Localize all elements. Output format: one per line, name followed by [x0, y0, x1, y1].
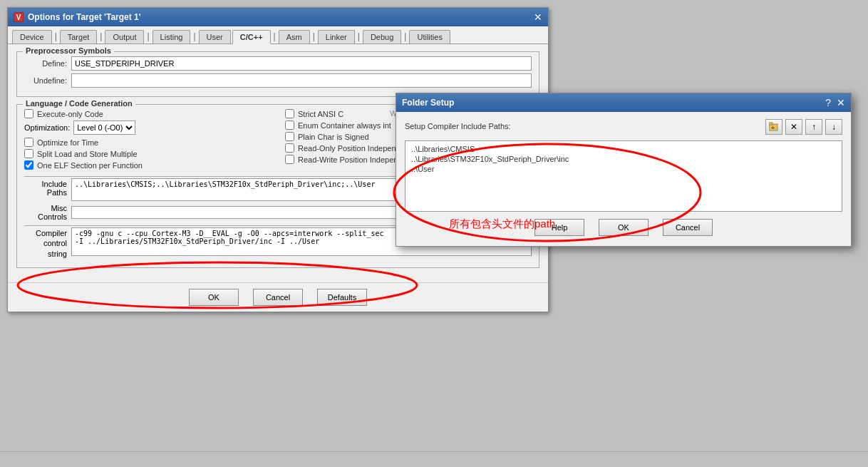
tab-linker[interactable]: Linker — [318, 30, 355, 43]
folder-dialog: Folder Setup ? ✕ Setup Compiler Include … — [396, 93, 852, 247]
folder-icon — [769, 122, 779, 132]
tab-output[interactable]: Output — [105, 30, 144, 43]
execute-only-check[interactable] — [24, 109, 33, 118]
compiler-label: Compiler control string — [24, 227, 67, 259]
optimize-time-row: Optimize for Time — [24, 138, 271, 147]
bottom-bar — [0, 451, 868, 467]
delete-btn[interactable]: ✕ — [785, 119, 802, 135]
tab-asm[interactable]: Asm — [279, 30, 310, 43]
svg-rect-1 — [769, 123, 773, 125]
split-load-label: Split Load and Store Multiple — [37, 150, 138, 158]
main-title-bar: V Options for Target 'Target 1' ✕ — [8, 8, 548, 26]
include-label: Include Paths — [24, 178, 67, 197]
preprocessor-title: Preprocessor Symbols — [23, 46, 114, 55]
enum-container-check[interactable] — [285, 120, 294, 130]
main-close-button[interactable]: ✕ — [534, 11, 542, 23]
svg-rect-3 — [771, 128, 775, 128]
strict-ansi-label: Strict ANSI C — [298, 110, 343, 118]
read-only-label: Read-Only Position Independent — [298, 144, 411, 153]
folder-list-item[interactable]: ..\User — [410, 164, 837, 174]
folder-subtitle: Setup Compiler Include Paths: — [405, 122, 511, 130]
tab-cpp[interactable]: C/C++ — [232, 30, 271, 44]
execute-only-label: Execute-only Code — [37, 110, 103, 118]
folder-list-item[interactable]: ..\Libraries\STM32F10x_StdPeriph_Driver\… — [410, 154, 837, 164]
one-elf-check[interactable] — [24, 160, 33, 170]
tabs-bar: Device | Target | Output | Listing | Use… — [8, 26, 548, 44]
plain-char-check[interactable] — [285, 132, 294, 141]
define-label: Define: — [24, 59, 67, 68]
folder-title-text: Folder Setup — [402, 98, 454, 108]
enum-container-label: Enum Container always int — [298, 121, 391, 130]
define-row: Define: — [24, 56, 532, 71]
folder-title-bar: Folder Setup ? ✕ — [396, 93, 851, 112]
main-buttons: OK Cancel Defaults — [8, 282, 548, 312]
folder-toolbar: ✕ ↑ ↓ — [765, 119, 842, 135]
undefine-input[interactable] — [71, 73, 532, 88]
one-elf-row: One ELF Section per Function — [24, 160, 271, 170]
tab-user[interactable]: User — [199, 30, 231, 43]
main-title-text: Options for Target 'Target 1' — [28, 12, 141, 22]
preprocessor-group: Preprocessor Symbols Define: Undefine: — [16, 51, 539, 97]
move-down-btn[interactable]: ↓ — [825, 119, 842, 135]
tab-target[interactable]: Target — [60, 30, 98, 43]
tab-listing[interactable]: Listing — [153, 30, 191, 43]
tab-device[interactable]: Device — [12, 30, 52, 43]
defaults-button[interactable]: Defaults — [317, 289, 367, 306]
folder-help-btn[interactable]: ? — [825, 97, 831, 108]
cancel-button[interactable]: Cancel — [253, 289, 303, 306]
folder-content: Setup Compiler Include Paths: ✕ ↑ ↓ ..\L… — [396, 112, 851, 246]
folder-buttons: Help OK Cancel — [405, 212, 842, 239]
define-input[interactable] — [71, 56, 532, 71]
execute-only-row: Execute-only Code — [24, 109, 271, 118]
opt-select[interactable]: Level 0 (-O0) Level 1 (-O1) Level 2 (-O2… — [73, 120, 135, 135]
folder-cancel-button[interactable]: Cancel — [663, 219, 713, 236]
optimize-time-check[interactable] — [24, 138, 33, 147]
folder-list-item[interactable]: ..\Libraries\CMSIS — [410, 144, 837, 154]
undefine-row: Undefine: — [24, 73, 532, 88]
app-icon: V — [14, 12, 24, 22]
folder-ok-button[interactable]: OK — [599, 219, 649, 236]
ok-button[interactable]: OK — [189, 289, 239, 306]
move-up-btn[interactable]: ↑ — [805, 119, 822, 135]
tab-utilities[interactable]: Utilities — [409, 30, 450, 43]
split-load-row: Split Load and Store Multiple — [24, 149, 271, 158]
undefine-label: Undefine: — [24, 76, 67, 85]
plain-char-label: Plain Char is Signed — [298, 133, 369, 141]
misc-label: Misc Controls — [24, 204, 67, 221]
read-only-check[interactable] — [285, 143, 294, 153]
tab-debug[interactable]: Debug — [363, 30, 401, 43]
language-title: Language / Code Generation — [23, 99, 135, 108]
folder-list[interactable]: ..\Libraries\CMSIS ..\Libraries\STM32F10… — [405, 140, 842, 212]
strict-ansi-check[interactable] — [285, 109, 294, 118]
title-bar-left: V Options for Target 'Target 1' — [14, 12, 141, 22]
one-elf-label: One ELF Section per Function — [37, 161, 143, 170]
opt-label: Optimization: — [24, 123, 70, 132]
folder-close-btn[interactable]: ✕ — [837, 97, 845, 108]
split-load-check[interactable] — [24, 149, 33, 158]
new-folder-btn[interactable] — [765, 119, 782, 135]
folder-help-button[interactable]: Help — [534, 219, 584, 236]
read-write-check[interactable] — [285, 155, 294, 164]
optimization-row: Optimization: Level 0 (-O0) Level 1 (-O1… — [24, 120, 271, 135]
optimize-time-label: Optimize for Time — [37, 138, 98, 147]
